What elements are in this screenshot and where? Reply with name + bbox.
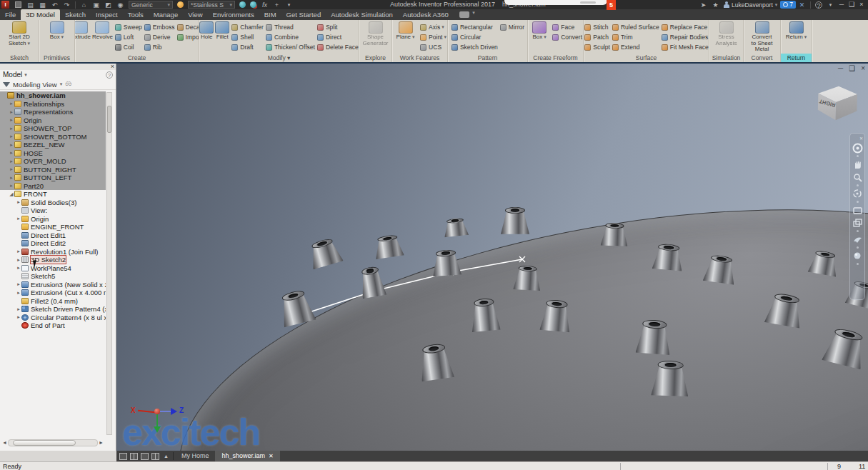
tree-expand-icon[interactable]: ▸ (9, 126, 14, 131)
tree-item-front[interactable]: ◢FRONT (0, 190, 106, 199)
sculpt-button[interactable]: Sculpt (584, 42, 610, 52)
tree-item-label[interactable]: Sketch Driven Pattern4 (x 4 ul) (31, 305, 106, 313)
box-button[interactable]: Box ▾ (44, 21, 70, 54)
tree-item-label[interactable]: Circular Pattern4 (x 8 ul x 360 deg (31, 314, 106, 321)
doc-restore-button[interactable]: ❑ (849, 64, 855, 72)
combine-button[interactable]: Combine (265, 32, 315, 42)
filter-icon[interactable] (3, 82, 10, 87)
tree-expand-icon[interactable]: ▸ (16, 290, 21, 296)
3d-sketch-polyline[interactable] (116, 64, 868, 451)
look-at-icon[interactable] (852, 204, 863, 216)
tree-item-label[interactable]: BEZEL_NEW (24, 141, 65, 149)
help-chevron-icon[interactable]: ▾ (827, 1, 834, 9)
appearance-dropdown[interactable]: *Stainless S▾ (188, 1, 235, 9)
tree-item-label[interactable]: Direct Edit1 (31, 231, 66, 239)
ribbon-tab-bim[interactable]: BIM (259, 9, 281, 20)
tree-item-origin[interactable]: ▸Origin (0, 116, 106, 125)
inventor-logo-icon[interactable]: I (1, 1, 9, 9)
nozzle-cone[interactable] (513, 265, 542, 292)
ribbon-tab-sketch[interactable]: Sketch (60, 9, 91, 20)
draft-button[interactable]: Draft (231, 42, 264, 52)
tree-item-engine-front[interactable]: ENGINE_FRONT (0, 223, 106, 231)
tree-item-end-of-part[interactable]: End of Part (0, 321, 106, 330)
ribbon-group-label-create[interactable]: Create (75, 54, 199, 62)
ribbon-group-label-return[interactable]: Return (781, 54, 812, 62)
tree-item-extrusion4-cut-x-4-000-mm[interactable]: ▸Extrusion4 (Cut x 4.000 mm) (0, 289, 106, 297)
nozzle-cone[interactable] (651, 360, 689, 399)
new-file-icon[interactable] (15, 1, 21, 8)
tree-item-direct-edit1[interactable]: Direct Edit1 (0, 231, 106, 240)
nozzle-cone[interactable] (469, 297, 501, 334)
add-qat-icon[interactable]: + (273, 1, 281, 9)
ribbon-tab-autodesk-simulation[interactable]: Autodesk Simulation (326, 9, 398, 20)
thicken-offset-button[interactable]: Thicken/ Offset (265, 42, 315, 52)
tree-expand-icon[interactable]: ▸ (9, 101, 14, 106)
ribbon-group-label-simulation[interactable]: Simulation (709, 54, 743, 62)
view-face-sphere-icon[interactable] (852, 250, 863, 261)
ruled-surface-button[interactable]: Ruled Surface (612, 22, 659, 32)
fillet-button[interactable]: Fillet (215, 21, 229, 54)
orbit-icon[interactable] (852, 188, 863, 199)
rib-button[interactable]: Rib (144, 42, 175, 52)
tile-vertical-icon[interactable] (151, 453, 159, 460)
navbar-close-icon[interactable]: ✕ (859, 136, 863, 141)
ribbon-tab-autodesk-a360[interactable]: Autodesk A360 (398, 9, 454, 20)
emboss-button[interactable]: Emboss (144, 22, 175, 32)
pan-hand-icon[interactable] (852, 159, 863, 170)
favorites-star-icon[interactable]: ★ (712, 1, 719, 9)
nozzle-cone[interactable] (635, 319, 672, 356)
tree-item-label[interactable]: OVER_MOLD (24, 157, 66, 165)
browser-horizontal-scrollbar[interactable]: ◄ ► (1, 439, 104, 446)
tree-expand-icon[interactable]: ▸ (16, 314, 21, 320)
view-mode-dropdown[interactable]: Modeling View (13, 81, 57, 89)
zoom-icon[interactable] (852, 171, 863, 183)
tree-expand-icon[interactable]: ▸ (16, 249, 21, 254)
direct-button[interactable]: Direct (316, 32, 359, 42)
user-avatar-icon[interactable] (724, 1, 729, 8)
ribbon-tab-file[interactable]: File (0, 9, 21, 20)
tree-item-label[interactable]: Solid Bodies(3) (31, 199, 76, 206)
tree-expand-icon[interactable]: ▸ (9, 142, 14, 148)
coil-button[interactable]: Coil (114, 42, 142, 52)
minimize-button[interactable]: ─ (837, 0, 847, 9)
tree-expand-icon[interactable]: ▸ (16, 257, 21, 263)
tree-item-relationships[interactable]: ▸Relationships (0, 100, 106, 109)
clear-appearance-icon[interactable] (250, 1, 256, 8)
tree-item-direct-edit2[interactable]: Direct Edit2 (0, 239, 106, 248)
tree-item-solid-bodies-3[interactable]: ▸Solid Bodies(3) (0, 199, 106, 207)
tree-item-bezel-new[interactable]: ▸BEZEL_NEW (0, 141, 106, 149)
tree-expand-icon[interactable]: ▸ (9, 109, 14, 115)
notification-badge[interactable]: 7 (780, 1, 796, 9)
fit-mesh-face-button[interactable]: Fit Mesh Face (661, 42, 709, 52)
sweep-button[interactable]: Sweep (114, 22, 142, 32)
close-button[interactable]: × (857, 0, 867, 9)
tree-expand-icon[interactable]: ▸ (9, 159, 14, 164)
tree-item-label[interactable]: Extrusion4 (Cut x 4.000 mm) (31, 289, 106, 296)
tile-windows-icon[interactable] (130, 453, 138, 460)
ribbon-group-label-surface[interactable]: Surface (584, 54, 709, 62)
tab-document[interactable]: hh_shower.iam✕ (215, 451, 279, 461)
stress-analysis-button[interactable]: Stress Analysis (714, 21, 739, 54)
nozzle-cone[interactable] (357, 265, 386, 300)
tree-item-label[interactable]: Extrusion3 (New Solid x 2.000 mm (31, 281, 106, 289)
tree-item-shower-bottom[interactable]: ▸SHOWER_BOTTOM (0, 133, 106, 141)
tree-item-label[interactable]: hh_shower.iam (16, 91, 66, 99)
mirror-button[interactable]: Mirror (499, 22, 524, 32)
tree-item-label[interactable]: Origin (24, 116, 41, 124)
decal-button[interactable]: Decal (176, 22, 199, 32)
tree-item-view[interactable]: View: (0, 206, 106, 215)
restore-button[interactable]: ❑ (847, 0, 857, 9)
qat-chevron-icon[interactable]: ▾ (285, 1, 293, 9)
ribbon-group-label-primitives[interactable]: Primitives (39, 54, 74, 62)
tree-item-label[interactable]: BUTTON_LEFT (24, 174, 71, 181)
tree-item-fillet2-0-4-mm[interactable]: Fillet2 (0.4 mm) (0, 297, 106, 306)
nozzle-cone[interactable] (807, 249, 839, 278)
tree-item-representations[interactable]: ▸Representations (0, 108, 106, 116)
scroll-right-icon[interactable]: ► (98, 440, 104, 445)
tree-item-label[interactable]: View: (31, 206, 47, 214)
3d-viewport[interactable]: excitech X Z ─ ❑ × RIGHT ✕ (116, 64, 868, 451)
scroll-left-icon[interactable]: ◄ (1, 440, 8, 445)
tree-item-label[interactable]: Sketch5 (31, 272, 55, 280)
tree-item-button-right[interactable]: ▸BUTTON_RIGHT (0, 166, 106, 174)
tree-item-label[interactable]: SHOWER_TOP (24, 124, 71, 132)
